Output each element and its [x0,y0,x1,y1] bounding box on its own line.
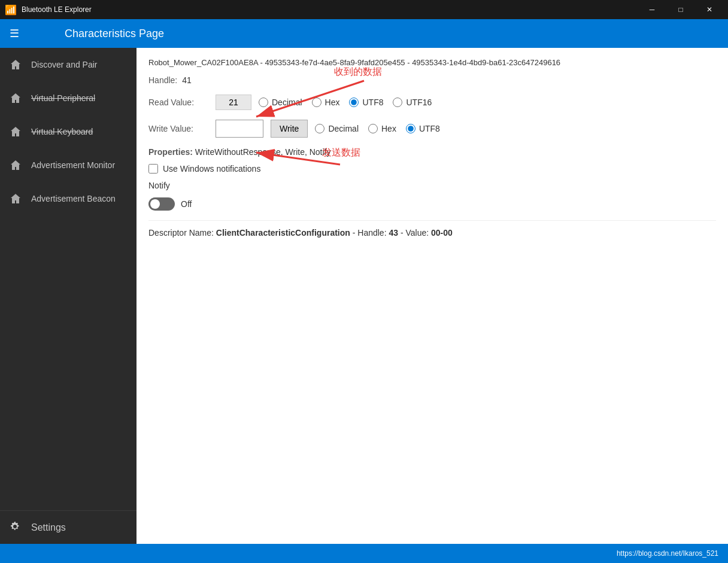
sidebar-item-settings[interactable]: Settings [0,510,136,544]
radio-decimal-read-label: Decimal [272,98,302,107]
app-title: Bluetooth LE Explorer [22,5,638,14]
radio-decimal-write[interactable]: Decimal [315,124,359,133]
radio-hex-write-input[interactable] [368,124,378,133]
sidebar-spacer [0,215,136,510]
home-icon-3 [10,126,22,138]
read-value-display: 21 [216,95,251,110]
read-value-label: Read Value: [148,98,208,107]
radio-utf8-read[interactable]: UTF8 [349,98,383,107]
write-value-input[interactable] [216,120,263,138]
toggle-thumb [150,199,160,209]
device-info: Robot_Mower_CA02F100AE8A - 49535343-fe7d… [148,57,716,68]
sidebar-item-virtual-keyboard[interactable]: Virtual Keyboard [0,115,136,148]
home-icon-5 [10,193,22,205]
settings-icon [10,521,22,535]
radio-hex-write-label: Hex [381,124,396,133]
radio-hex-read-label: Hex [325,98,340,107]
handle-row: Handle: 41 [148,75,716,85]
sidebar-label-virtual-keyboard: Virtual Keyboard [31,127,93,136]
status-bar: https://blog.csdn.net/Ikaros_521 [0,544,728,563]
minimize-button[interactable]: ─ [638,0,666,19]
sidebar-item-advertisement-monitor[interactable]: Advertisement Monitor [0,148,136,182]
radio-utf16-read-input[interactable] [393,98,402,107]
properties-value: WriteWithoutResponse, Write, Notify [195,147,331,157]
main-layout: Discover and Pair Virtual Peripheral Vir… [0,48,728,544]
handle-value: 41 [182,75,192,85]
read-format-group: Decimal Hex UTF8 UTF16 [259,98,432,107]
radio-decimal-write-input[interactable] [315,124,324,133]
write-button[interactable]: Write [271,120,308,138]
content-area: Robot_Mower_CA02F100AE8A - 49535343-fe7d… [136,48,728,544]
windows-notifications-checkbox[interactable] [148,164,158,174]
properties-label: Properties: [148,147,193,157]
radio-decimal-read[interactable]: Decimal [259,98,302,107]
descriptor-name-value: ClientCharacteristicConfiguration [216,228,350,238]
toggle-row: Off [148,197,716,211]
radio-decimal-read-input[interactable] [259,98,268,107]
descriptor-handle-label: - Handle: [353,228,389,238]
radio-utf8-write-label: UTF8 [419,124,440,133]
windows-notifications-label: Use Windows notifications [163,164,260,174]
descriptor-name-label: Descriptor Name: [148,228,216,238]
descriptor-handle-value: 43 [389,228,398,238]
radio-utf8-read-label: UTF8 [362,98,383,107]
sidebar-label-settings: Settings [31,522,66,533]
status-url: https://blog.csdn.net/Ikaros_521 [617,549,718,558]
notify-section: Notify [148,181,716,190]
home-icon [10,59,22,71]
window-controls: ─ □ ✕ [638,0,723,19]
radio-hex-read-input[interactable] [312,98,321,107]
radio-utf8-write[interactable]: UTF8 [406,124,440,133]
sidebar-label-advertisement-monitor: Advertisement Monitor [31,160,115,170]
write-value-label: Write Value: [148,124,208,133]
sidebar-label-advertisement-beacon: Advertisement Beacon [31,194,116,203]
descriptor-row: Descriptor Name: ClientCharacteristicCon… [148,220,716,245]
sidebar-item-discover[interactable]: Discover and Pair [0,48,136,81]
sidebar-item-virtual-peripheral[interactable]: Virtual Peripheral [0,81,136,115]
descriptor-value-label: - Value: [401,228,431,238]
title-bar: 📶 Bluetooth LE Explorer ─ □ ✕ [0,0,728,19]
hamburger-button[interactable]: ☰ [0,19,29,48]
read-value-row: Read Value: 21 Decimal Hex UTF8 UTF16 [148,95,716,110]
descriptor-value-value: 00-00 [431,228,453,238]
maximize-button[interactable]: □ [667,0,694,19]
sidebar-label-virtual-peripheral: Virtual Peripheral [31,93,95,103]
notify-toggle[interactable] [148,197,175,211]
sidebar-label-discover: Discover and Pair [31,60,98,69]
sidebar: Discover and Pair Virtual Peripheral Vir… [0,48,136,544]
toggle-status: Off [181,199,192,209]
radio-hex-read[interactable]: Hex [312,98,340,107]
checkbox-row: Use Windows notifications [148,164,716,174]
properties-row: Properties: WriteWithoutResponse, Write,… [148,147,716,157]
radio-utf8-write-input[interactable] [406,124,415,133]
write-format-group: Decimal Hex UTF8 [315,124,439,133]
page-title: Characteristics Page [29,19,728,48]
radio-utf16-read[interactable]: UTF16 [393,98,432,107]
radio-utf16-read-label: UTF16 [406,98,432,107]
home-icon-2 [10,92,22,104]
home-icon-4 [10,159,22,171]
radio-utf8-read-input[interactable] [349,98,359,107]
app-icon: 📶 [5,4,17,16]
write-value-row: Write Value: Write Decimal Hex UTF8 [148,120,716,138]
handle-label: Handle: [148,75,177,85]
sidebar-item-advertisement-beacon[interactable]: Advertisement Beacon [0,182,136,215]
radio-decimal-write-label: Decimal [328,124,359,133]
radio-hex-write[interactable]: Hex [368,124,396,133]
notify-label: Notify [148,181,716,190]
close-button[interactable]: ✕ [696,0,723,19]
